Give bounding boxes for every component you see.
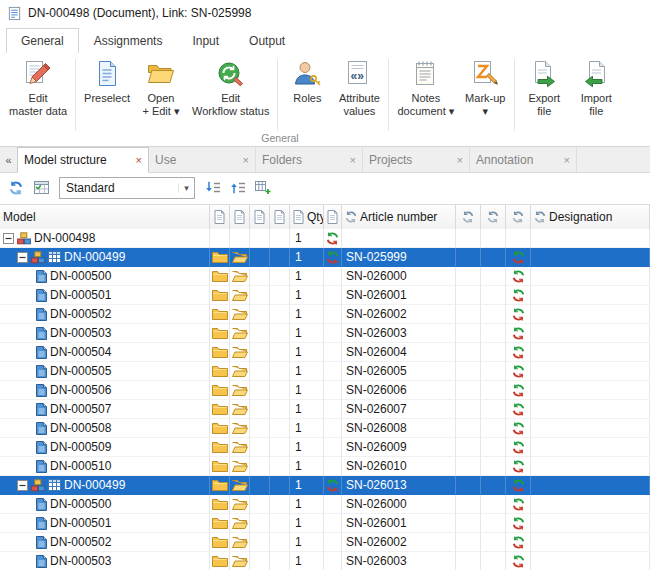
table-row-dn-000506[interactable]: DN-0005061SN-026006 [0,381,650,400]
table-row-dn-000508[interactable]: DN-0005081SN-026008 [0,419,650,438]
column-header-doc4[interactable] [270,205,290,229]
table-row-dn-000509[interactable]: DN-0005091SN-026009 [0,438,650,457]
table-row-dn-000500[interactable]: DN-0005001SN-026000 [0,267,650,286]
close-icon[interactable]: × [453,154,463,166]
qty-cell: 1 [290,419,324,438]
status-cell [324,419,342,438]
column-header-model[interactable]: Model [0,205,210,229]
column-header-article-number[interactable]: Article number [342,205,456,229]
table-row-dn-000502[interactable]: DN-0005021SN-026002 [0,533,650,552]
column-header-sync3[interactable] [506,205,531,229]
close-icon[interactable]: × [239,154,249,166]
ribbon-tab-assignments[interactable]: Assignments [79,28,178,54]
refresh-icon [512,346,525,359]
open-edit-button[interactable]: Open+ Edit ▾ [135,57,187,119]
table-row-dn-000510[interactable]: DN-0005101SN-026010 [0,457,650,476]
attribute-values-button[interactable]: «»Attributevalues [333,57,385,119]
table-row-dn-000501[interactable]: DN-0005011SN-026001 [0,286,650,305]
folder-open-icon [232,460,248,472]
column-header-sync2[interactable] [481,205,506,229]
folder-closed-icon [212,327,228,339]
tab-scroll-left-button[interactable]: « [0,147,17,172]
folder-open-icon [232,384,248,396]
table-row-dn-000503[interactable]: DN-0005031SN-026003 [0,324,650,343]
table-row-dn-000502[interactable]: DN-0005021SN-026002 [0,305,650,324]
assembly-icon [31,479,45,492]
import-file-button[interactable]: Importfile [570,57,622,119]
mark-up-button[interactable]: Mark-up▾ [459,57,511,119]
folder-open-icon [232,308,248,320]
column-header-qty[interactable]: Qty. [290,205,324,229]
ribbon-tab-input[interactable]: Input [177,28,234,54]
sync-cell [506,552,531,570]
folder-closed-icon [212,422,228,434]
assembly-icon [17,232,31,245]
collapse-toggle-icon[interactable] [3,233,14,244]
doc-cell [250,552,270,570]
ribbon-tab-general[interactable]: General [6,28,79,54]
collapse-level-button[interactable] [227,177,249,199]
tab-annotation[interactable]: Annotation× [470,147,577,172]
table-row-dn-000503[interactable]: DN-0005031SN-026003 [0,552,650,570]
group-separator [75,59,76,131]
folder-cell [210,286,230,305]
ribbon-tab-output[interactable]: Output [234,28,300,54]
edit-master-data-button[interactable]: Editmaster data [4,57,72,119]
column-header-doc2[interactable] [230,205,250,229]
column-header-status[interactable] [324,205,342,229]
table-row-dn-000499[interactable]: DN-0004991SN-026013 [0,476,650,495]
model-label: DN-000501 [50,288,111,302]
tab-projects[interactable]: Projects× [363,147,470,172]
column-header-designation[interactable]: Designation [531,205,650,229]
collapse-toggle-icon[interactable] [17,480,28,491]
table-row-dn-000504[interactable]: DN-0005041SN-026004 [0,343,650,362]
expand-level-button[interactable] [202,177,224,199]
column-header-sync1[interactable] [456,205,481,229]
table-row-dn-000499[interactable]: DN-0004991SN-025999 [0,248,650,267]
table-row-dn-000498[interactable]: DN-0004981 [0,229,650,248]
preselect-button[interactable]: Preselect [79,57,135,107]
edit-workflow-status-button[interactable]: EditWorkflow status [187,57,274,119]
designation-cell [531,438,650,457]
table-row-dn-000501[interactable]: DN-0005011SN-026001 [0,514,650,533]
model-label: DN-000509 [50,440,111,454]
doc-cell [270,343,290,362]
column-header-doc1[interactable] [210,205,230,229]
table-row-dn-000505[interactable]: DN-0005051SN-026005 [0,362,650,381]
model-label: DN-000499 [64,478,125,492]
refresh-button[interactable] [5,177,27,199]
tab-use[interactable]: Use× [149,147,256,172]
notes-document-button[interactable]: Notesdocument ▾ [392,57,459,119]
collapse-toggle-icon[interactable] [17,252,28,263]
close-icon[interactable]: × [132,154,142,166]
tab-model-structure[interactable]: Model structure× [17,147,149,173]
group-separator [277,59,278,131]
sync-cell [456,514,481,533]
refresh-gray-icon [462,211,474,223]
article-cell: SN-026008 [342,419,456,438]
folder-open-icon [232,517,248,529]
close-icon[interactable]: × [560,154,570,166]
attribute-values-icon: «» [344,59,374,89]
model-cell: DN-000503 [0,552,210,570]
export-file-button[interactable]: Exportfile [518,57,570,119]
insert-grid-button[interactable] [252,177,274,199]
table-row-dn-000500[interactable]: DN-0005001SN-026000 [0,495,650,514]
designation-cell [531,324,650,343]
table-row-dn-000507[interactable]: DN-0005071SN-026007 [0,400,650,419]
group-separator [388,59,389,131]
sync-cell [456,343,481,362]
preselect-icon [92,59,122,89]
doc-cell [270,514,290,533]
folder-cell [210,381,230,400]
close-icon[interactable]: × [346,154,356,166]
designation-cell [531,400,650,419]
preset-dropdown[interactable]: Standard ▾ [59,177,195,199]
doc-cell [250,457,270,476]
view-selector-button[interactable] [30,177,52,199]
tab-folders[interactable]: Folders× [256,147,363,172]
model-cell: DN-000503 [0,324,210,343]
roles-button[interactable]: Roles [281,57,333,107]
column-header-doc3[interactable] [250,205,270,229]
refresh-icon [326,251,339,264]
